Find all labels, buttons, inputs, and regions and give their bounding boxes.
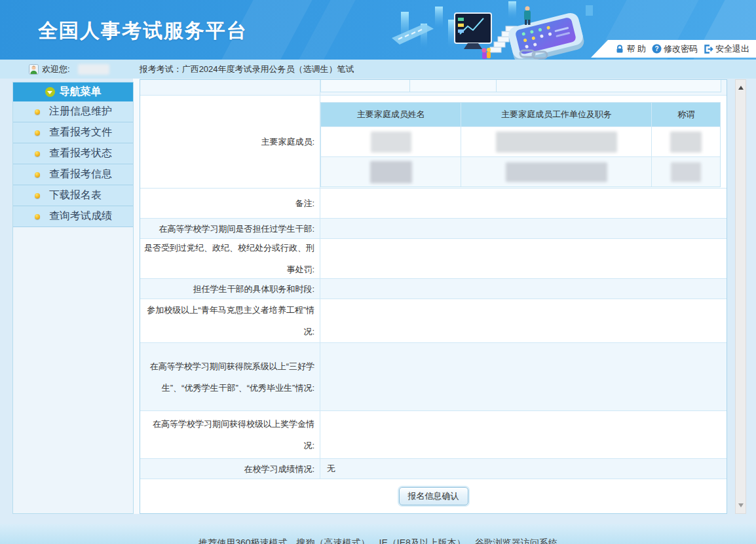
logout-button[interactable]: 安全退出 <box>704 43 749 55</box>
sidebar-item-label: 查看报考文件 <box>49 126 112 139</box>
row-value <box>320 411 727 458</box>
family-col-relation: 称谓 <box>652 103 720 126</box>
bullet-icon <box>35 193 40 198</box>
bullet-icon <box>35 151 40 156</box>
nav-menu-header[interactable]: 导航菜单 <box>13 82 133 101</box>
greeting-label: 欢迎您: <box>42 63 70 75</box>
sidebar-item-exam-documents[interactable]: 查看报考文件 <box>13 122 133 143</box>
browser-recommendation: 推荐使用360极速模式、搜狗（高速模式）、IE（IE8及以上版本）、谷歌浏览器访… <box>0 537 756 544</box>
row-label: 是否受到过党纪、政纪、校纪处分或行政、刑事处罚: <box>140 239 320 278</box>
form-row-scholarship: 在高等学校学习期间获得校级以上奖学金情况: <box>140 411 727 459</box>
row-value <box>320 343 727 410</box>
partial-row-value <box>320 80 727 95</box>
row-label: 担任学生干部的具体职务和时段: <box>140 279 320 299</box>
sidebar-item-label: 注册信息维护 <box>49 105 112 118</box>
chevron-down-icon <box>45 87 55 97</box>
family-col-name: 主要家庭成员姓名 <box>321 103 461 126</box>
form-row-cadre-position: 担任学生干部的具体职务和时段: <box>140 279 727 299</box>
svg-text:?: ? <box>654 45 658 52</box>
partial-inner-table <box>320 80 721 92</box>
scroll-down-arrow-icon[interactable] <box>738 503 744 507</box>
family-members-label: 主要家庭成员: <box>140 96 320 188</box>
family-members-value: 主要家庭成员姓名 主要家庭成员工作单位及职务 称谓 <box>320 96 727 188</box>
form-row-remark: 备注: <box>140 189 727 219</box>
row-value: 无 <box>320 459 727 479</box>
row-label: 在高等学校学习期间获得院系级以上“三好学生”、“优秀学生干部”、“优秀毕业生”情… <box>140 343 320 410</box>
row-value <box>320 239 727 278</box>
sidebar-item-label: 查询考试成绩 <box>49 209 112 223</box>
question-icon: ? <box>652 44 662 54</box>
form-row-academic-record: 在校学习成绩情况: 无 <box>140 459 727 479</box>
logout-label: 安全退出 <box>715 43 749 55</box>
scroll-up-arrow-icon[interactable] <box>738 86 744 90</box>
logout-icon <box>704 45 713 54</box>
row-value <box>320 299 727 342</box>
exam-label: 报考考试：广西2024年度考试录用公务员（选调生）笔试 <box>140 63 354 75</box>
sidebar-item-register-info[interactable]: 注册信息维护 <box>13 101 133 122</box>
change-password-button[interactable]: ? 修改密码 <box>652 43 698 55</box>
sidebar-item-exam-score[interactable]: 查询考试成绩 <box>13 206 133 227</box>
bullet-icon <box>35 172 40 177</box>
row-label: 参加校级以上“青年马克思主义者培养工程”情况: <box>140 299 320 342</box>
bullet-icon <box>35 214 40 219</box>
partial-row-label <box>140 80 320 95</box>
change-password-label: 修改密码 <box>664 43 698 55</box>
redacted-relation <box>670 132 702 153</box>
vertical-scrollbar[interactable] <box>735 79 746 514</box>
family-col-workunit: 主要家庭成员工作单位及职务 <box>461 103 652 126</box>
family-members-row: 主要家庭成员: 主要家庭成员姓名 主要家庭成员工作单位及职务 称谓 <box>140 96 727 189</box>
sidebar-item-download-form[interactable]: 下载报名表 <box>13 185 133 206</box>
redacted-name <box>370 161 412 183</box>
redacted-name <box>371 132 411 153</box>
form-panel: 主要家庭成员: 主要家庭成员姓名 主要家庭成员工作单位及职务 称谓 <box>140 79 727 514</box>
row-label: 在高等学校学习期间是否担任过学生干部: <box>140 219 320 238</box>
sidebar-item-label: 查看报考状态 <box>49 147 112 160</box>
redacted-workunit <box>506 162 607 182</box>
redacted-user-name <box>78 64 109 75</box>
welcome-bar: 欢迎您: 报考考试：广西2024年度考试录用公务员（选调生）笔试 <box>0 60 756 79</box>
redacted-workunit <box>496 132 617 153</box>
header-illustration <box>392 0 608 60</box>
page-title: 全国人事考试服务平台 <box>38 18 248 45</box>
help-button[interactable]: 帮 助 <box>615 43 646 55</box>
family-table-header-row: 主要家庭成员姓名 主要家庭成员工作单位及职务 称谓 <box>321 103 720 126</box>
family-table-row <box>321 156 720 187</box>
sidebar-item-label: 查看报考信息 <box>49 168 112 181</box>
user-avatar-icon <box>29 64 39 75</box>
family-members-table: 主要家庭成员姓名 主要家庭成员工作单位及职务 称谓 <box>320 102 721 187</box>
partial-row <box>140 80 727 96</box>
sidebar: 导航菜单 注册信息维护 查看报考文件 查看报考状态 查看报考信息 下载报名表 查… <box>12 82 134 514</box>
bullet-icon <box>35 109 40 115</box>
panel-gap <box>133 79 140 514</box>
nav-menu-title: 导航菜单 <box>60 85 102 99</box>
row-label: 备注: <box>140 189 320 218</box>
row-label: 在校学习成绩情况: <box>140 459 320 479</box>
form-row-punishment: 是否受到过党纪、政纪、校纪处分或行政、刑事处罚: <box>140 239 727 279</box>
confirm-registration-button[interactable]: 报名信息确认 <box>399 487 468 505</box>
help-label: 帮 助 <box>626 43 646 55</box>
lock-icon <box>615 45 624 54</box>
bullet-icon <box>35 130 40 136</box>
form-row-honors: 在高等学校学习期间获得院系级以上“三好学生”、“优秀学生干部”、“优秀毕业生”情… <box>140 343 727 411</box>
button-row: 报名信息确认 <box>140 479 727 513</box>
sidebar-item-label: 下载报名表 <box>49 189 102 202</box>
form-row-marxist-program: 参加校级以上“青年马克思主义者培养工程”情况: <box>140 299 727 343</box>
row-value <box>320 189 727 218</box>
sidebar-item-exam-status[interactable]: 查看报考状态 <box>13 143 133 164</box>
sidebar-item-exam-info[interactable]: 查看报考信息 <box>13 164 133 185</box>
redacted-relation <box>671 162 701 182</box>
app-header: 全国人事考试服务平台 帮 助 ? 修改密码 安全退出 <box>0 0 756 60</box>
family-table-row <box>321 126 720 156</box>
row-label: 在高等学校学习期间获得校级以上奖学金情况: <box>140 411 320 458</box>
header-actions: 帮 助 ? 修改密码 安全退出 <box>591 40 756 58</box>
form-row-student-cadre: 在高等学校学习期间是否担任过学生干部: <box>140 219 727 239</box>
row-value <box>320 219 727 238</box>
app-footer: 推荐使用360极速模式、搜狗（高速模式）、IE（IE8及以上版本）、谷歌浏览器访… <box>0 524 756 544</box>
row-value <box>320 279 727 299</box>
